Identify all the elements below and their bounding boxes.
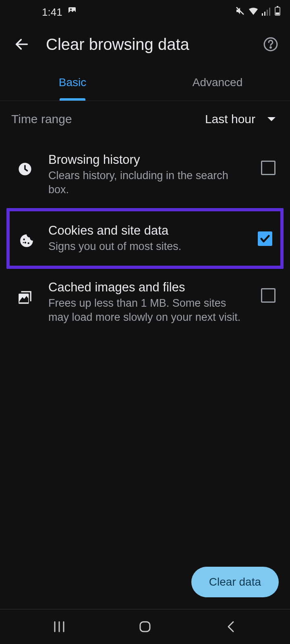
time-range-dropdown[interactable]: Last hour (205, 112, 279, 126)
status-right (235, 6, 280, 19)
svg-rect-6 (269, 8, 270, 16)
back-button[interactable] (10, 32, 34, 56)
checkbox-cookies[interactable] (258, 231, 272, 246)
svg-rect-22 (140, 622, 150, 632)
tabs: Basic Advanced (0, 64, 290, 101)
tab-advanced-label: Advanced (193, 76, 243, 89)
checkbox-cached[interactable] (261, 288, 276, 303)
svg-rect-4 (264, 12, 265, 16)
chevron-down-icon (267, 117, 276, 121)
status-left: 1:41 (10, 6, 77, 19)
svg-point-12 (270, 47, 271, 48)
svg-point-17 (23, 242, 24, 244)
option-text: Browsing history Clears history, includi… (48, 153, 248, 197)
wifi-icon (248, 6, 259, 19)
option-checkbox-wrap (256, 153, 280, 175)
svg-point-1 (70, 8, 72, 10)
cookie-icon (13, 223, 40, 248)
option-checkbox-wrap (253, 223, 277, 246)
mute-icon (235, 6, 245, 19)
tab-basic-label: Basic (59, 76, 86, 89)
options-list: Browsing history Clears history, includi… (0, 137, 290, 336)
toolbar: Clear browsing data (0, 24, 290, 64)
svg-rect-5 (267, 10, 268, 16)
history-icon (10, 153, 40, 176)
option-cookies[interactable]: Cookies and site data Signs you out of m… (6, 208, 284, 269)
tab-basic[interactable]: Basic (0, 64, 145, 101)
time-range-label: Time range (11, 112, 72, 126)
time-range-value: Last hour (205, 112, 255, 126)
clear-data-button[interactable]: Clear data (191, 567, 279, 597)
signal-icon (262, 6, 271, 19)
option-text: Cached images and files Frees up less th… (48, 280, 248, 324)
option-title: Browsing history (48, 153, 248, 167)
option-text: Cookies and site data Signs you out of m… (48, 223, 245, 254)
option-checkbox-wrap (256, 280, 280, 303)
svg-rect-8 (277, 6, 278, 7)
status-bar: 1:41 (0, 0, 290, 24)
nav-back[interactable] (207, 621, 255, 633)
option-desc: Clears history, including in the search … (48, 169, 248, 197)
svg-rect-3 (262, 13, 263, 16)
checkbox-history[interactable] (261, 161, 276, 175)
option-desc: Frees up less than 1 MB. Some sites may … (48, 296, 248, 324)
svg-rect-9 (276, 12, 280, 15)
svg-point-15 (25, 242, 26, 244)
svg-point-16 (28, 242, 29, 244)
option-desc: Signs you out of most sites. (48, 239, 245, 254)
status-time: 1:41 (42, 6, 62, 19)
time-range-row[interactable]: Time range Last hour (0, 101, 290, 137)
battery-icon (275, 6, 280, 19)
tab-advanced[interactable]: Advanced (145, 64, 290, 101)
navigation-bar (0, 609, 290, 644)
option-title: Cookies and site data (48, 223, 245, 238)
photo-icon (67, 6, 77, 19)
page-title: Clear browsing data (46, 35, 261, 54)
option-browsing-history[interactable]: Browsing history Clears history, includi… (0, 141, 290, 208)
nav-recents[interactable] (35, 621, 83, 633)
option-title: Cached images and files (48, 280, 248, 295)
images-icon (10, 280, 40, 305)
svg-point-14 (23, 239, 25, 240)
help-button[interactable] (261, 35, 280, 54)
nav-home[interactable] (121, 620, 169, 634)
option-cached[interactable]: Cached images and files Frees up less th… (0, 269, 290, 336)
